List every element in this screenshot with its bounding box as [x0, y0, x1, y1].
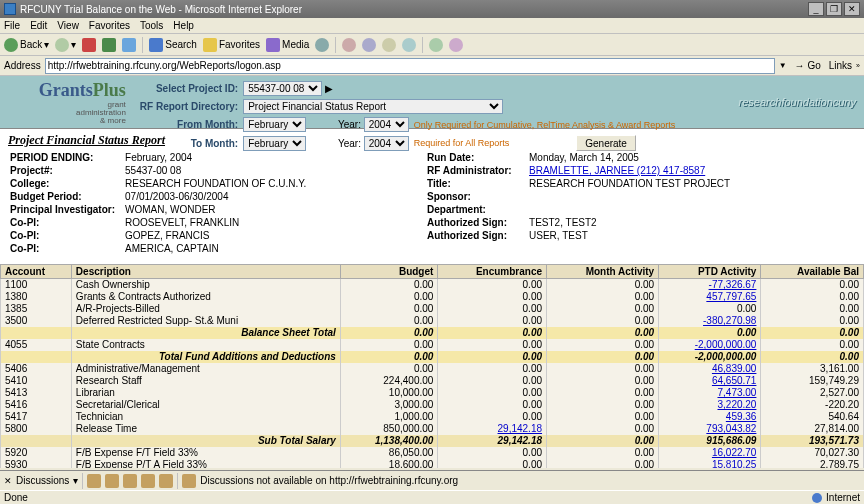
ptd-link[interactable]: -2,000,000.00: [695, 339, 757, 350]
status-done: Done: [4, 492, 28, 503]
history-icon[interactable]: [315, 38, 329, 52]
address-bar: Address ▼ → Go Links»: [0, 56, 864, 76]
extra2-icon[interactable]: [449, 38, 463, 52]
label-from-month: From Month:: [140, 117, 241, 133]
menu-bar: File Edit View Favorites Tools Help: [0, 18, 864, 34]
table-row: 5413Librarian10,000.000.000.007,473.002,…: [1, 387, 864, 399]
menu-tools[interactable]: Tools: [140, 20, 163, 31]
table-row: 5800Release Time850,000.0029,142.180.007…: [1, 423, 864, 435]
table-row: 5410Research Staff224,400.000.000.0064,6…: [1, 375, 864, 387]
discussion-bar: ✕ Discussions ▾ Discussions not availabl…: [0, 470, 864, 490]
table-row: Sub Total Salary1,138,400.0029,142.180.0…: [1, 435, 864, 447]
discussion-msg: Discussions not available on http://rfwe…: [200, 475, 458, 486]
ptd-link[interactable]: 457,797.65: [706, 291, 756, 302]
admin-link[interactable]: BRAMLETTE, JARNEE (212) 417-8587: [529, 165, 705, 176]
disc-icon1[interactable]: [87, 474, 101, 488]
table-row: Total Fund Additions and Deductions0.000…: [1, 351, 864, 363]
menu-file[interactable]: File: [4, 20, 20, 31]
media-button[interactable]: Media: [266, 38, 309, 52]
ptd-link[interactable]: 3,220.20: [717, 399, 756, 410]
table-row: 1100Cash Ownership0.000.000.00-77,326.67…: [1, 279, 864, 291]
col-0: Account: [1, 265, 72, 279]
disc-icon6[interactable]: [182, 474, 196, 488]
ptd-link[interactable]: 29,142.18: [498, 423, 543, 434]
ptd-link[interactable]: 46,839.00: [712, 363, 757, 374]
table-row: 1385A/R-Projects-Billed0.000.000.000.000…: [1, 303, 864, 315]
col-4: Month Activity: [547, 265, 659, 279]
disc-icon3[interactable]: [123, 474, 137, 488]
logo-rfcuny: researchfoundationcuny: [680, 76, 864, 128]
title-bar: RFCUNY Trial Balance on the Web - Micros…: [0, 0, 864, 18]
mail-icon[interactable]: [342, 38, 356, 52]
address-label: Address: [4, 60, 41, 71]
ptd-link[interactable]: -380,270.98: [703, 315, 756, 326]
forward-button[interactable]: ▾: [55, 38, 76, 52]
address-input[interactable]: [45, 58, 775, 74]
report-info: PERIOD ENDING:February, 2004Run Date:Mon…: [8, 150, 856, 256]
close-button[interactable]: ✕: [844, 2, 860, 16]
print-icon[interactable]: [362, 38, 376, 52]
select-from-month[interactable]: February: [243, 117, 306, 132]
table-row: 5417Technician1,000.000.000.00459.36540.…: [1, 411, 864, 423]
col-6: Available Bal: [761, 265, 864, 279]
select-directory[interactable]: Project Financial Status Report: [243, 99, 503, 114]
ie-toolbar: Back ▾ ▾ Search Favorites Media: [0, 34, 864, 56]
stop-icon[interactable]: [82, 38, 96, 52]
disc-icon2[interactable]: [105, 474, 119, 488]
table-row: 5406Administrative/Management0.000.000.0…: [1, 363, 864, 375]
select-to-year[interactable]: 2004: [364, 136, 409, 151]
report-pane[interactable]: Project Financial Status Report PERIOD E…: [0, 128, 864, 468]
disc-icon4[interactable]: [141, 474, 155, 488]
ptd-link[interactable]: 793,043.82: [706, 423, 756, 434]
menu-help[interactable]: Help: [173, 20, 194, 31]
edit-icon[interactable]: [382, 38, 396, 52]
label-to-month: To Month:: [140, 135, 241, 152]
favorites-button[interactable]: Favorites: [203, 38, 260, 52]
table-row: 5920F/B Expense F/T Field 33%86,050.000.…: [1, 447, 864, 459]
select-from-year[interactable]: 2004: [364, 117, 409, 132]
select-project[interactable]: 55437-00 08: [243, 81, 322, 96]
table-row: 5930F/B Expense P/T A Field 33%18,600.00…: [1, 459, 864, 469]
table-row: Balance Sheet Total0.000.000.000.000.00: [1, 327, 864, 339]
status-bar: Done Internet: [0, 490, 864, 504]
refresh-icon[interactable]: [102, 38, 116, 52]
menu-favorites[interactable]: Favorites: [89, 20, 130, 31]
ptd-link[interactable]: 16,022.70: [712, 447, 757, 458]
menu-view[interactable]: View: [57, 20, 79, 31]
col-3: Encumbrance: [438, 265, 547, 279]
note-required: Required for All Reports: [414, 135, 574, 152]
maximize-button[interactable]: ❐: [826, 2, 842, 16]
ptd-link[interactable]: 7,473.00: [717, 387, 756, 398]
discuss-icon[interactable]: [402, 38, 416, 52]
note-cumulative: Only Required for Cumulative, RelTime An…: [414, 117, 679, 133]
col-5: PTD Activity: [659, 265, 761, 279]
select-to-month[interactable]: February: [243, 136, 306, 151]
label-directory: RF Report Directory:: [140, 99, 241, 115]
ptd-link[interactable]: 15,810.25: [712, 459, 757, 468]
report-banner: GrantsPlus grant administration & more S…: [0, 76, 864, 128]
col-2: Budget: [340, 265, 437, 279]
table-row: 5416Secretarial/Clerical3,000.000.000.00…: [1, 399, 864, 411]
globe-icon: [812, 493, 822, 503]
extra1-icon[interactable]: [429, 38, 443, 52]
disc-icon5[interactable]: [159, 474, 173, 488]
col-1: Description: [71, 265, 340, 279]
home-icon[interactable]: [122, 38, 136, 52]
logo-grantsplus: GrantsPlus grant administration & more: [0, 76, 130, 128]
generate-button[interactable]: Generate: [576, 135, 636, 151]
discussions-label[interactable]: Discussions: [16, 475, 69, 486]
label-project: Select Project ID:: [140, 81, 241, 97]
table-row: 3500Deferred Restricted Supp- St.& Muni0…: [1, 315, 864, 327]
ptd-link[interactable]: 459.36: [726, 411, 757, 422]
ptd-link[interactable]: -77,326.67: [709, 279, 757, 290]
window-title: RFCUNY Trial Balance on the Web - Micros…: [20, 4, 302, 15]
back-button[interactable]: Back ▾: [4, 38, 49, 52]
ptd-link[interactable]: 64,650.71: [712, 375, 757, 386]
search-button[interactable]: Search: [149, 38, 197, 52]
table-row: 4055State Contracts0.000.000.00-2,000,00…: [1, 339, 864, 351]
menu-edit[interactable]: Edit: [30, 20, 47, 31]
table-row: 1380Grants & Contracts Authorized0.000.0…: [1, 291, 864, 303]
links-label[interactable]: Links: [829, 60, 852, 71]
minimize-button[interactable]: _: [808, 2, 824, 16]
go-button[interactable]: → Go: [791, 60, 825, 71]
